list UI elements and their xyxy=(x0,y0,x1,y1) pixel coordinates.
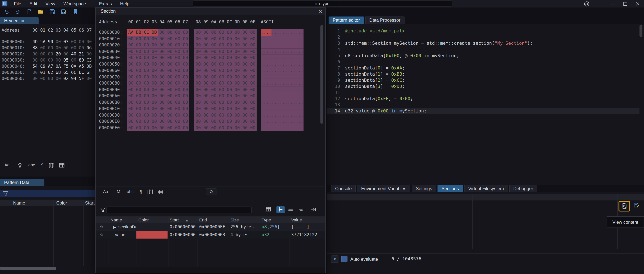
favorite-star-icon[interactable]: ☆ xyxy=(100,231,104,239)
ascii-char[interactable]: . xyxy=(298,36,301,42)
section-hex-row[interactable]: 000000C0: 000000000000000000000000000000… xyxy=(96,106,325,112)
ascii-char[interactable]: . xyxy=(264,67,266,74)
ascii-char[interactable]: . xyxy=(261,99,264,106)
ascii-char[interactable]: . xyxy=(301,55,304,61)
section-hex-row[interactable]: 00000010: 000000000000000000000000000000… xyxy=(96,36,325,42)
section-hex-byte[interactable]: 00 xyxy=(150,67,158,74)
section-hex-byte[interactable]: 00 xyxy=(194,106,202,112)
ascii-char[interactable]: . xyxy=(266,74,269,80)
hex-byte[interactable]: 00 xyxy=(70,45,78,51)
section-hex-byte[interactable]: 00 xyxy=(150,55,158,61)
section-hex-byte[interactable]: 00 xyxy=(166,86,174,93)
pd-col-name[interactable]: Name xyxy=(13,200,25,206)
ascii-char[interactable]: . xyxy=(290,67,293,74)
ascii-char[interactable]: . xyxy=(288,42,290,48)
section-hex-byte[interactable]: 00 xyxy=(194,36,202,42)
section-hex-byte[interactable]: 00 xyxy=(249,93,257,99)
section-scrollbar[interactable] xyxy=(320,25,323,124)
section-hex-byte[interactable]: 00 xyxy=(142,55,150,61)
section-hex-byte[interactable]: 00 xyxy=(166,112,174,118)
byte-grid-button[interactable] xyxy=(57,162,66,168)
ascii-char[interactable]: . xyxy=(296,106,298,112)
section-hex-byte[interactable]: 00 xyxy=(174,99,182,106)
save-button[interactable] xyxy=(49,9,56,16)
ascii-char[interactable]: . xyxy=(282,48,285,54)
hex-byte[interactable]: C3 xyxy=(85,57,93,63)
ascii-char[interactable]: . xyxy=(261,86,264,93)
ascii-char[interactable]: . xyxy=(261,80,264,86)
tab-settings[interactable]: Settings xyxy=(412,185,436,192)
ascii-char[interactable]: . xyxy=(277,118,280,124)
ascii-char[interactable]: . xyxy=(269,118,272,124)
section-hex-byte[interactable]: 00 xyxy=(166,61,174,67)
ascii-char[interactable]: . xyxy=(298,48,301,54)
section-hex-byte[interactable]: CC xyxy=(142,29,150,36)
section-hex-byte[interactable]: 00 xyxy=(218,99,226,106)
section-hex-byte[interactable]: 00 xyxy=(158,118,166,124)
section-hex-byte[interactable]: 00 xyxy=(150,93,158,99)
redo-button[interactable] xyxy=(15,9,22,16)
section-hex-byte[interactable]: 00 xyxy=(202,125,210,131)
ascii-char[interactable]: . xyxy=(298,112,301,118)
hex-byte[interactable]: 80 xyxy=(78,57,85,63)
col-header-type[interactable]: Type xyxy=(262,216,271,223)
code-line[interactable]: u8 sectionData[0x100] @ 0x00 in mySectio… xyxy=(345,52,459,59)
section-hex-byte[interactable]: 00 xyxy=(182,42,190,48)
section-hex-byte[interactable]: 00 xyxy=(127,99,135,106)
ascii-char[interactable]: . xyxy=(301,48,304,54)
section-hex-byte[interactable]: 00 xyxy=(241,48,249,54)
hex-byte[interactable]: 6C xyxy=(70,70,78,76)
hex-byte[interactable]: 40 xyxy=(70,51,78,57)
feedback-smiley-icon[interactable] xyxy=(584,1,590,7)
ascii-char[interactable]: . xyxy=(298,61,301,67)
section-hex-byte[interactable]: 00 xyxy=(210,118,218,124)
ascii-char[interactable]: . xyxy=(296,48,298,54)
ascii-char[interactable]: . xyxy=(274,93,277,99)
section-hex-byte[interactable]: AA xyxy=(127,29,135,36)
section-hex-byte[interactable]: 00 xyxy=(218,55,226,61)
section-hex-byte[interactable]: 00 xyxy=(182,48,190,54)
ascii-char[interactable]: . xyxy=(298,42,301,48)
section-hex-byte[interactable]: 00 xyxy=(158,125,166,131)
ascii-char[interactable]: . xyxy=(269,48,272,54)
pattern-table-filter-input[interactable] xyxy=(106,207,252,213)
section-hex-byte[interactable]: 00 xyxy=(210,29,218,36)
new-file-button[interactable] xyxy=(26,9,33,16)
pd-col-color[interactable]: Color xyxy=(56,200,67,206)
hex-byte[interactable]: F5 xyxy=(62,63,70,70)
code-line[interactable]: sectionData[1] = 0xBB; xyxy=(345,71,405,77)
section-hex-row[interactable]: 00000030: 000000000000000000000000000000… xyxy=(96,48,325,54)
ascii-char[interactable]: . xyxy=(285,80,288,86)
ascii-char[interactable]: . xyxy=(301,106,304,112)
hex-byte[interactable]: 00 xyxy=(85,51,93,57)
ascii-char[interactable]: . xyxy=(269,67,272,74)
ascii-char[interactable]: . xyxy=(298,106,301,112)
menu-extras[interactable]: Extras xyxy=(95,0,116,7)
section-hex-byte[interactable]: 00 xyxy=(202,112,210,118)
section-hex-byte[interactable]: 00 xyxy=(249,36,257,42)
ascii-char[interactable]: . xyxy=(282,29,285,36)
section-hex-byte[interactable]: 00 xyxy=(150,36,158,42)
section-hex-byte[interactable]: 00 xyxy=(249,61,257,67)
ascii-char[interactable]: . xyxy=(266,55,269,61)
section-hex-byte[interactable]: 00 xyxy=(158,112,166,118)
ascii-char[interactable]: . xyxy=(288,86,290,93)
section-hex-byte[interactable]: 00 xyxy=(182,80,190,86)
ascii-char[interactable]: . xyxy=(280,99,282,106)
evaluate-play-button[interactable] xyxy=(331,256,338,263)
section-hex-byte[interactable]: 00 xyxy=(241,112,249,118)
hex-byte[interactable]: 00 xyxy=(70,57,78,63)
section-hex-byte[interactable]: 00 xyxy=(158,61,166,67)
section-hex-byte[interactable]: 00 xyxy=(210,112,218,118)
section-hex-byte[interactable]: 00 xyxy=(135,118,142,124)
section-hex-byte[interactable]: 00 xyxy=(127,112,135,118)
section-hex-byte[interactable]: 00 xyxy=(226,93,233,99)
hex-byte[interactable]: 00 xyxy=(47,57,54,63)
section-hex-byte[interactable]: 00 xyxy=(202,55,210,61)
ascii-char[interactable]: . xyxy=(298,67,301,74)
ascii-char[interactable]: . xyxy=(285,61,288,67)
undo-button[interactable] xyxy=(3,9,10,16)
hex-byte[interactable]: A5 xyxy=(78,63,85,70)
col-header-name[interactable]: Name xyxy=(110,216,122,223)
ascii-char[interactable]: . xyxy=(285,29,288,36)
